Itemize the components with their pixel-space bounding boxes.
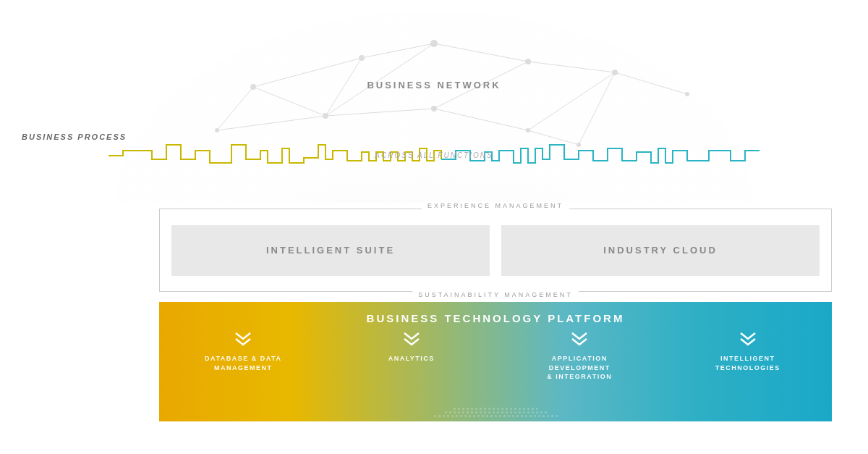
analytics-label: ANALYTICS (388, 354, 435, 363)
svg-point-21 (525, 59, 531, 64)
dots-row-3 (159, 415, 832, 417)
intelligent-technologies-label: INTELLIGENTTECHNOLOGIES (715, 354, 780, 372)
intelligent-chevron-icon (738, 332, 758, 350)
apps-inner: INTELLIGENT SUITE INDUSTRY CLOUD (160, 209, 831, 291)
svg-point-26 (526, 128, 530, 133)
svg-point-28 (576, 143, 581, 147)
appdev-label: APPLICATIONDEVELOPMENT& INTEGRATION (547, 354, 612, 382)
dome-section: BUSINESS NETWORK BUSINESS PROCESS ACROSS… (0, 0, 868, 203)
dome-svg (109, 0, 760, 203)
dots-row-2 (159, 411, 832, 413)
svg-point-19 (359, 55, 365, 61)
main-container: BUSINESS NETWORK BUSINESS PROCESS ACROSS… (0, 0, 868, 454)
business-network-label: BUSINESS NETWORK (367, 80, 501, 91)
business-process-label: BUSINESS PROCESS (22, 133, 127, 141)
svg-point-18 (250, 84, 256, 90)
btp-box: BUSINESS TECHNOLOGY PLATFORM DATABASE & … (159, 302, 832, 421)
svg-point-20 (430, 40, 438, 47)
intelligent-suite-label: INTELLIGENT SUITE (266, 245, 395, 256)
applications-section: EXPERIENCE MANAGEMENT SUSTAINABILITY MAN… (159, 209, 832, 292)
across-all-functions-label: ACROSS ALL FUNCTIONS (375, 151, 493, 159)
apps-outer-box: EXPERIENCE MANAGEMENT SUSTAINABILITY MAN… (159, 209, 832, 292)
svg-point-23 (685, 92, 689, 96)
database-chevron-icon (233, 332, 253, 350)
database-label: DATABASE & DATAMANAGEMENT (205, 354, 281, 372)
experience-management-label: EXPERIENCE MANAGEMENT (422, 202, 569, 209)
svg-point-25 (431, 106, 437, 112)
svg-point-22 (612, 70, 618, 75)
industry-cloud-box: INDUSTRY CLOUD (501, 225, 820, 276)
btp-title: BUSINESS TECHNOLOGY PLATFORM (367, 312, 625, 324)
svg-point-27 (215, 128, 219, 133)
technology-section: BUSINESS TECHNOLOGY PLATFORM DATABASE & … (159, 302, 832, 421)
dots-row-1 (159, 408, 832, 410)
appdev-chevron-icon (569, 332, 590, 350)
intelligent-suite-box: INTELLIGENT SUITE (171, 225, 490, 276)
btp-dots-overlay (159, 392, 832, 421)
industry-cloud-label: INDUSTRY CLOUD (603, 245, 718, 256)
svg-point-24 (323, 113, 328, 119)
analytics-chevron-icon (401, 332, 422, 350)
